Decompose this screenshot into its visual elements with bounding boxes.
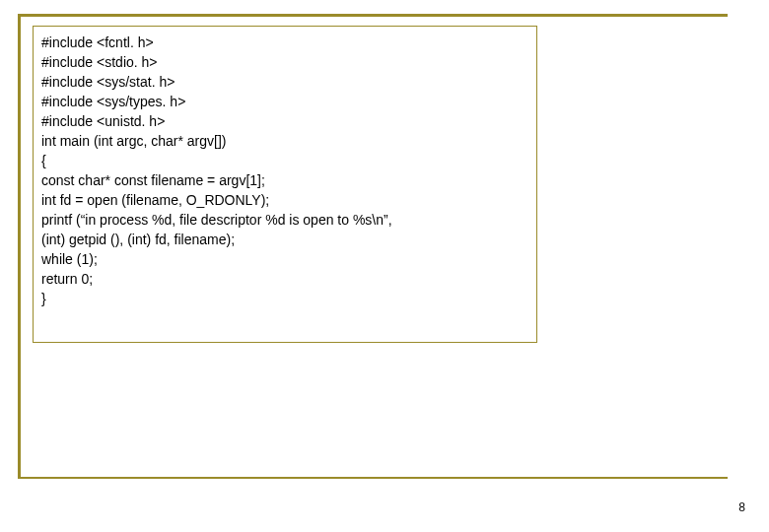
code-line: } xyxy=(41,289,528,308)
code-block: #include <fcntl. h> #include <stdio. h> … xyxy=(33,26,537,343)
code-line: { xyxy=(41,151,528,170)
code-line: #include <sys/stat. h> xyxy=(41,72,528,92)
code-line: return 0; xyxy=(41,269,528,289)
code-line: int fd = open (filename, O_RDONLY); xyxy=(41,190,528,210)
code-line: #include <sys/types. h> xyxy=(41,92,528,111)
code-line: while (1); xyxy=(41,249,528,269)
code-line: #include <unistd. h> xyxy=(41,111,528,131)
code-line: (int) getpid (), (int) fd, filename); xyxy=(41,230,528,249)
code-line: #include <fcntl. h> xyxy=(41,33,528,52)
code-line: #include <stdio. h> xyxy=(41,52,528,72)
code-line: printf (“in process %d, file descriptor … xyxy=(41,210,528,230)
code-line: const char* const filename = argv[1]; xyxy=(41,170,528,190)
code-line: int main (int argc, char* argv[]) xyxy=(41,131,528,151)
page-number: 8 xyxy=(738,500,745,514)
